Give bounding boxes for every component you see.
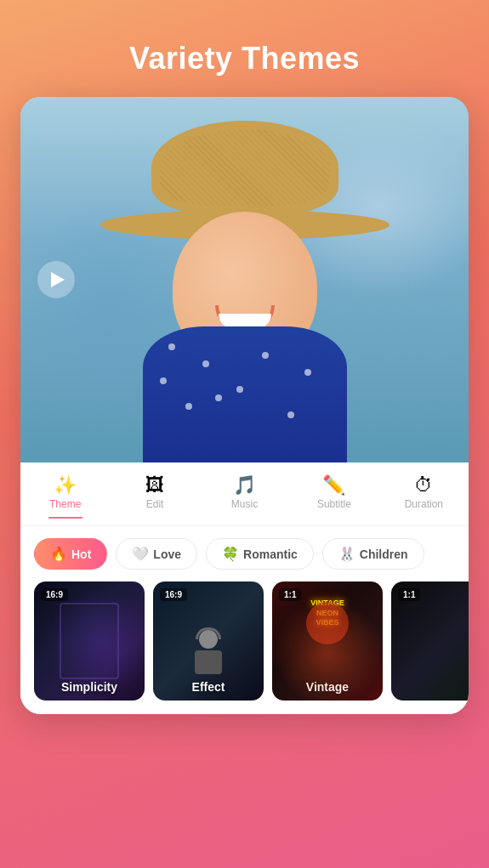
theme-name-simplicity: Simplicity [34, 680, 145, 694]
theme-card-effect[interactable]: 16:9 Effect [153, 582, 264, 701]
ratio-badge-effect: 16:9 [160, 588, 187, 601]
tab-theme[interactable]: ✨ Theme [20, 476, 110, 519]
page-title: Variety Themes [0, 0, 489, 97]
filter-romantic-label: Romantic [243, 547, 298, 561]
tab-duration-label: Duration [405, 498, 443, 510]
filter-row: 🔥 Hot 🤍 Love 🍀 Romantic 🐰 Children [20, 526, 469, 582]
filter-love[interactable]: 🤍 Love [116, 538, 197, 570]
love-icon: 🤍 [132, 546, 149, 562]
tab-active-indicator [48, 517, 82, 519]
theme-icon: ✨ [54, 476, 77, 495]
filter-children-label: Children [360, 547, 408, 561]
tab-music-label: Music [231, 498, 258, 510]
tab-subtitle-label: Subtitle [317, 498, 351, 510]
music-icon: 🎵 [233, 476, 256, 495]
filter-children[interactable]: 🐰 Children [322, 538, 424, 570]
theme-name-effect: Effect [153, 680, 264, 694]
filter-romantic[interactable]: 🍀 Romantic [206, 538, 314, 570]
theme-grid: 16:9 Simplicity 16:9 Effect VINTAGENEONV… [20, 582, 469, 714]
filter-hot[interactable]: 🔥 Hot [34, 538, 107, 570]
theme-card-simplicity[interactable]: 16:9 Simplicity [34, 582, 145, 701]
bottom-panel: ✨ Theme 🖼 Edit 🎵 Music ✏️ Subtitle ⏱ Dur… [20, 462, 469, 714]
filter-hot-label: Hot [71, 547, 91, 561]
body-decoration [143, 326, 347, 462]
tab-duration[interactable]: ⏱ Duration [379, 476, 469, 519]
tab-subtitle[interactable]: ✏️ Subtitle [289, 476, 378, 519]
tab-edit[interactable]: 🖼 Edit [110, 476, 199, 519]
duration-icon: ⏱ [414, 476, 433, 495]
tab-theme-label: Theme [49, 498, 81, 510]
filter-love-label: Love [153, 547, 181, 561]
ratio-badge-simplicity: 16:9 [41, 588, 68, 601]
theme-card-vintage[interactable]: VINTAGENEONVIBES 1:1 Vintage [272, 582, 383, 701]
edit-icon: 🖼 [145, 476, 164, 495]
theme-name-vintage: Vintage [272, 680, 383, 694]
photo-preview [20, 97, 469, 462]
subtitle-icon: ✏️ [322, 476, 345, 495]
hot-icon: 🔥 [50, 546, 67, 562]
main-card: ✨ Theme 🖼 Edit 🎵 Music ✏️ Subtitle ⏱ Dur… [20, 97, 469, 714]
tab-bar: ✨ Theme 🖼 Edit 🎵 Music ✏️ Subtitle ⏱ Dur… [20, 462, 469, 526]
play-button[interactable] [37, 261, 75, 298]
neon-text-decoration: VINTAGENEONVIBES [310, 599, 344, 628]
children-icon: 🐰 [338, 546, 355, 562]
romantic-icon: 🍀 [222, 546, 239, 562]
ratio-badge-vintage: 1:1 [279, 588, 301, 601]
tab-edit-label: Edit [146, 498, 164, 510]
theme-card-extra[interactable]: 1:1 [391, 582, 469, 701]
ratio-badge-extra: 1:1 [398, 588, 420, 601]
play-icon [51, 272, 65, 287]
tab-music[interactable]: 🎵 Music [200, 476, 289, 519]
